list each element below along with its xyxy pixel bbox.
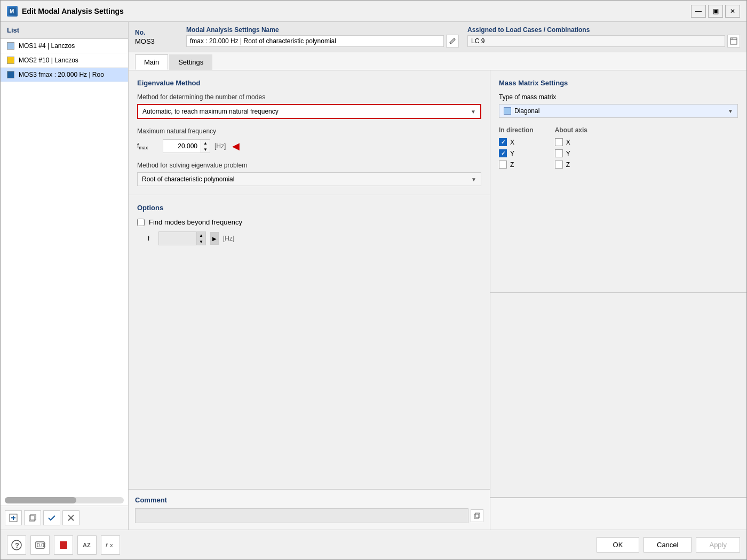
window-title: Edit Modal Analysis Settings: [22, 7, 124, 15]
tab-content: Eigenvalue Method Method for determining…: [129, 70, 746, 530]
options-title: Options: [137, 204, 481, 212]
right-panel: No. MOS3 Modal Analysis Settings Name As…: [129, 22, 746, 530]
mass-type-label: Type of mass matrix: [499, 93, 738, 101]
header-no-section: No. MOS3: [135, 29, 178, 45]
main-content: List MOS1 #4 | Lanczos MOS2 #10 | Lanczo…: [1, 22, 746, 530]
bottom-right: OK Cancel Apply: [597, 537, 740, 553]
about-axis-z-label: Z: [566, 161, 570, 169]
about-axis-y-label: Y: [566, 150, 570, 157]
tabs: Main Settings: [129, 52, 746, 70]
fmax-input-wrap: ▲ ▼: [163, 139, 210, 153]
svg-rect-13: [474, 514, 479, 518]
eigenvalue-section: Eigenvalue Method Method for determining…: [129, 70, 490, 195]
left-section: Eigenvalue Method Method for determining…: [129, 70, 490, 530]
tab-main[interactable]: Main: [135, 54, 168, 70]
mass-section: Mass Matrix Settings Type of mass matrix…: [490, 70, 746, 293]
fmax-spin-down[interactable]: ▼: [201, 146, 210, 153]
tab-settings[interactable]: Settings: [169, 54, 212, 70]
ok-button[interactable]: OK: [597, 537, 639, 553]
sidebar-label-mos3: MOS3 fmax : 20.000 Hz | Roo: [19, 71, 104, 78]
comment-input-wrap: [135, 508, 483, 523]
value-button[interactable]: 0.00: [30, 535, 50, 555]
max-freq-label: Maximum natural frequency: [137, 127, 481, 135]
eigenvalue-title: Eigenvalue Method: [137, 79, 481, 87]
max-freq-section: Maximum natural frequency fmax ▲ ▼: [137, 127, 481, 153]
svg-text:f: f: [106, 542, 108, 548]
maximize-button[interactable]: ▣: [708, 5, 723, 18]
comment-copy-button[interactable]: [471, 509, 483, 522]
bottom-bar: ? 0.00 AZ fx OK Cancel Apply: [1, 530, 746, 559]
f-spin-down[interactable]: ▼: [197, 238, 205, 245]
find-modes-label: Find modes beyond frequency: [149, 218, 242, 226]
sidebar-item-mos3[interactable]: MOS3 fmax : 20.000 Hz | Roo: [1, 68, 128, 82]
fmax-input[interactable]: [163, 141, 201, 151]
comment-title: Comment: [135, 496, 483, 504]
in-direction-z-checkbox[interactable]: [499, 161, 507, 169]
about-axis-x-checkbox[interactable]: [555, 138, 563, 146]
method-modes-select[interactable]: Automatic, to reach maximum natural freq…: [137, 104, 481, 119]
eigenvalue-problem-chevron: ▼: [471, 177, 476, 182]
az-button[interactable]: AZ: [77, 535, 97, 555]
apply-button[interactable]: Apply: [696, 537, 740, 553]
close-button[interactable]: ✕: [725, 5, 740, 18]
f-input[interactable]: [159, 233, 196, 244]
spacer-left: [129, 351, 490, 490]
f-arrow-button[interactable]: ▶: [210, 232, 219, 245]
mass-title: Mass Matrix Settings: [499, 79, 738, 87]
direction-section: In direction X Y: [499, 126, 738, 172]
window-icon: M: [7, 6, 18, 17]
fmax-spin-up[interactable]: ▲: [201, 140, 210, 146]
about-axis-group: About axis X Y: [555, 126, 587, 172]
freq-row: fmax ▲ ▼ [Hz] ◀: [137, 139, 481, 153]
assigned-input[interactable]: [467, 35, 725, 47]
sidebar-scrollbar[interactable]: [5, 497, 124, 503]
sidebar: List MOS1 #4 | Lanczos MOS2 #10 | Lanczo…: [1, 22, 129, 530]
svg-rect-14: [475, 513, 480, 517]
about-axis-z-checkbox[interactable]: [555, 161, 563, 169]
sidebar-item-mos2[interactable]: MOS2 #10 | Lanczos: [1, 53, 128, 68]
in-direction-x-label: X: [510, 139, 514, 146]
uncheck-button[interactable]: [62, 510, 80, 525]
in-direction-y-label: Y: [510, 150, 514, 157]
main-window: M Edit Modal Analysis Settings — ▣ ✕ Lis…: [0, 0, 747, 560]
fmax-unit: [Hz]: [214, 142, 226, 150]
duplicate-button[interactable]: [24, 510, 41, 525]
fx-button[interactable]: fx: [101, 535, 120, 555]
eigenvalue-problem-section: Method for solving eigenvalue problem Ro…: [137, 162, 481, 186]
mass-spacer: [490, 293, 746, 498]
f-spin-up[interactable]: ▲: [197, 232, 205, 238]
fmax-arrow-indicator: ◀: [232, 140, 240, 152]
eigenvalue-problem-select[interactable]: Root of characteristic polynomial ▼: [137, 172, 481, 186]
right-section: Mass Matrix Settings Type of mass matrix…: [490, 70, 746, 530]
sidebar-color-mos3: [7, 71, 14, 78]
fmax-spinners: ▲ ▼: [201, 140, 210, 153]
comment-section: Comment: [129, 489, 490, 530]
sidebar-color-mos2: [7, 57, 14, 64]
comment-input[interactable]: [135, 508, 468, 523]
about-axis-x-label: X: [566, 139, 570, 146]
f-spinners: ▲ ▼: [196, 232, 205, 245]
new-item-button[interactable]: [5, 510, 22, 525]
in-direction-x-checkbox[interactable]: [499, 138, 507, 146]
sidebar-item-mos1[interactable]: MOS1 #4 | Lanczos: [1, 39, 128, 53]
name-edit-button[interactable]: [446, 35, 459, 47]
no-label: No.: [135, 29, 178, 36]
svg-rect-19: [60, 541, 67, 549]
in-direction-y-checkbox[interactable]: [499, 149, 507, 157]
find-modes-checkbox[interactable]: [137, 219, 145, 226]
check-button[interactable]: [43, 510, 60, 525]
minimize-button[interactable]: —: [691, 5, 706, 18]
method-modes-chevron: ▼: [471, 109, 476, 115]
svg-rect-10: [730, 38, 737, 44]
about-axis-y-row: Y: [555, 149, 587, 157]
mass-type-select[interactable]: Diagonal ▼: [499, 104, 738, 118]
in-direction-x-row: X: [499, 138, 534, 146]
cancel-button[interactable]: Cancel: [643, 537, 692, 553]
help-button[interactable]: ?: [7, 535, 26, 555]
about-axis-y-checkbox[interactable]: [555, 149, 563, 157]
red-square-button[interactable]: [54, 535, 73, 555]
name-input[interactable]: [186, 35, 444, 47]
assigned-edit-button[interactable]: [727, 35, 740, 47]
about-axis-title: About axis: [555, 126, 587, 134]
in-direction-title: In direction: [499, 126, 534, 134]
